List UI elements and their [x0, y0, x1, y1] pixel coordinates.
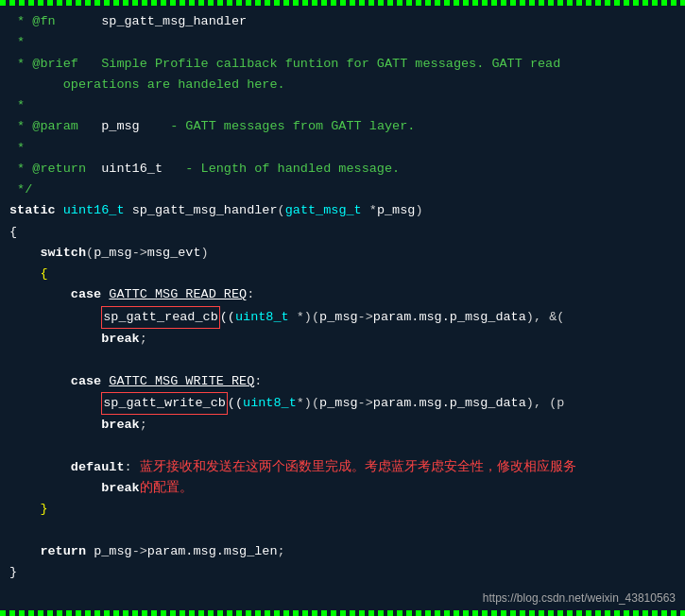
line-10: static uint16_t sp_gatt_msg_handler(gatt… — [9, 200, 676, 221]
line-14: case GATTC_MSG_READ_REQ: — [9, 284, 676, 305]
line-27: } — [9, 562, 676, 583]
line-22: default: 蓝牙接收和发送在这两个函数里完成。考虑蓝牙考虑安全性，修改相应… — [9, 457, 676, 478]
line-23: break的配置。 — [9, 478, 676, 499]
highlight-write-cb: sp_gatt_write_cb — [101, 392, 228, 415]
line-15: sp_gatt_read_cb((uint8_t *)(p_msg->param… — [9, 306, 676, 329]
line-9: */ — [9, 180, 676, 200]
line-13: { — [9, 264, 676, 284]
line-16: break; — [9, 329, 676, 350]
bottom-border-decoration — [0, 610, 685, 616]
line-6: * @param p_msg - GATT messages from GATT… — [9, 116, 676, 137]
code-viewer: * @fn sp_gatt_msg_handler * * @brief Sim… — [0, 0, 685, 616]
line-5: * — [9, 95, 676, 116]
line-18: case GATTC_MSG_WRITE_REQ: — [9, 371, 676, 392]
line-4: operations are handeled here. — [9, 75, 676, 95]
line-17 — [9, 350, 676, 370]
watermark: https://blog.csdn.net/weixin_43810563 — [483, 591, 676, 605]
line-21 — [9, 436, 676, 456]
line-12: switch(p_msg->msg_evt) — [9, 243, 676, 264]
line-20: break; — [9, 415, 676, 436]
line-7: * — [9, 138, 676, 159]
line-24: } — [9, 499, 676, 520]
line-1: * @fn sp_gatt_msg_handler — [9, 11, 676, 32]
line-8: * @return uint16_t - Length of handled m… — [9, 159, 676, 180]
code-area: * @fn sp_gatt_msg_handler * * @brief Sim… — [0, 6, 685, 589]
line-2: * — [9, 32, 676, 53]
line-26: return p_msg->param.msg.msg_len; — [9, 541, 676, 562]
line-3: * @brief Simple Profile callback funtion… — [9, 54, 676, 75]
highlight-read-cb: sp_gatt_read_cb — [101, 306, 220, 329]
line-25 — [9, 520, 676, 540]
line-19: sp_gatt_write_cb((uint8_t*)(p_msg->param… — [9, 392, 676, 415]
line-11: { — [9, 222, 676, 243]
